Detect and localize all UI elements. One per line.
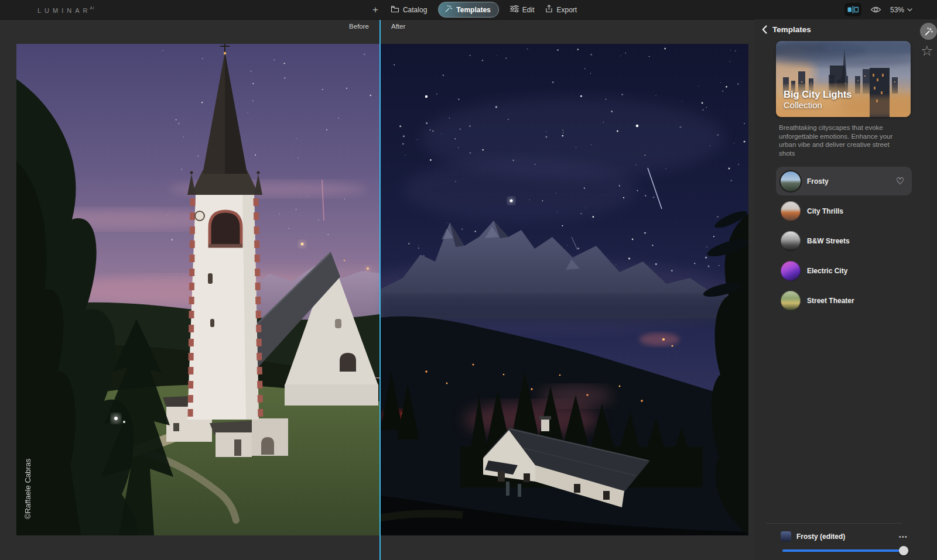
favorite-star-button[interactable]: ☆ — [921, 44, 933, 58]
zoom-level-dropdown[interactable]: 53% — [890, 6, 912, 14]
magic-wand-button[interactable] — [920, 23, 937, 40]
top-bar: LUMINARAI + Catalog Templates Edit Expor… — [0, 0, 937, 20]
template-item-electric-city[interactable]: Electric City — [776, 256, 912, 285]
template-item-street-theater[interactable]: Street Theater — [776, 286, 912, 315]
template-thumb-bw-streets — [781, 231, 801, 251]
app-logo: LUMINARAI — [37, 6, 95, 14]
tab-catalog-label: Catalog — [403, 6, 427, 14]
tab-edit[interactable]: Edit — [510, 5, 535, 14]
compare-view-button[interactable] — [844, 3, 861, 16]
compare-icon — [847, 6, 859, 13]
template-thumb-electric-city — [781, 261, 801, 281]
collection-card-caption: Big City Lights Collection — [784, 88, 851, 111]
more-options-button[interactable]: ••• — [899, 534, 908, 540]
applied-template-row: Frosty (edited) ••• — [781, 530, 909, 543]
before-label: Before — [347, 23, 369, 30]
template-label: Street Theater — [807, 297, 854, 305]
tab-export[interactable]: Export — [545, 5, 577, 15]
photo-canvas[interactable]: ©Raffaele Cabras — [16, 44, 748, 535]
template-item-bw-streets[interactable]: B&W Streets — [776, 226, 912, 255]
collection-subtitle: Collection — [784, 100, 851, 111]
photo-watermark: ©Raffaele Cabras — [23, 458, 32, 519]
sidebar-title: Templates — [772, 25, 811, 34]
template-label: Electric City — [807, 267, 847, 275]
amount-slider[interactable] — [782, 548, 909, 554]
chevron-down-icon — [907, 8, 912, 12]
magic-wand-icon — [444, 5, 453, 15]
collection-card-big-city-lights[interactable]: Big City Lights Collection — [776, 41, 911, 117]
template-label: City Thrills — [807, 207, 843, 215]
template-label: B&W Streets — [807, 237, 850, 245]
amount-slider-fill — [782, 549, 904, 552]
sliders-icon — [510, 5, 519, 14]
zoom-level-value: 53% — [890, 6, 904, 14]
template-list: Frosty ♡ City Thrills B&W Streets Electr… — [776, 167, 912, 316]
heart-icon[interactable]: ♡ — [896, 177, 904, 186]
template-thumb-city-thrills — [781, 201, 801, 221]
folder-icon — [391, 5, 399, 15]
tab-edit-label: Edit — [522, 6, 535, 14]
applied-divider — [766, 523, 902, 524]
template-label: Frosty — [807, 177, 829, 185]
collection-description: Breathtaking cityscapes that evoke unfor… — [779, 123, 902, 158]
applied-template-label: Frosty (edited) — [796, 532, 845, 541]
add-photo-button[interactable]: + — [372, 5, 378, 15]
templates-back-button[interactable]: Templates — [762, 25, 811, 34]
template-item-frosty[interactable]: Frosty ♡ — [776, 167, 912, 195]
export-icon — [545, 5, 553, 15]
tab-catalog[interactable]: Catalog — [391, 5, 427, 15]
template-thumb-street-theater — [781, 291, 801, 311]
collection-title: Big City Lights — [784, 88, 851, 101]
template-thumb-frosty — [781, 171, 801, 191]
after-label: After — [391, 23, 405, 30]
before-after-divider[interactable] — [379, 19, 381, 560]
chevron-left-icon — [762, 25, 767, 34]
template-item-city-thrills[interactable]: City Thrills — [776, 197, 912, 225]
tab-templates[interactable]: Templates — [438, 2, 498, 18]
tab-templates-label: Templates — [456, 6, 490, 14]
tab-export-label: Export — [556, 6, 577, 14]
app-logo-sup: AI — [90, 6, 95, 10]
applied-template-thumb — [781, 531, 791, 542]
amount-slider-handle[interactable] — [899, 546, 908, 555]
eye-icon — [870, 6, 881, 13]
preview-eye-button[interactable] — [870, 6, 881, 13]
after-image — [344, 44, 748, 535]
before-image: ©Raffaele Cabras — [16, 44, 432, 535]
magic-wand-icon — [924, 27, 933, 36]
templates-sidebar: Templates ☆ — [754, 19, 937, 560]
